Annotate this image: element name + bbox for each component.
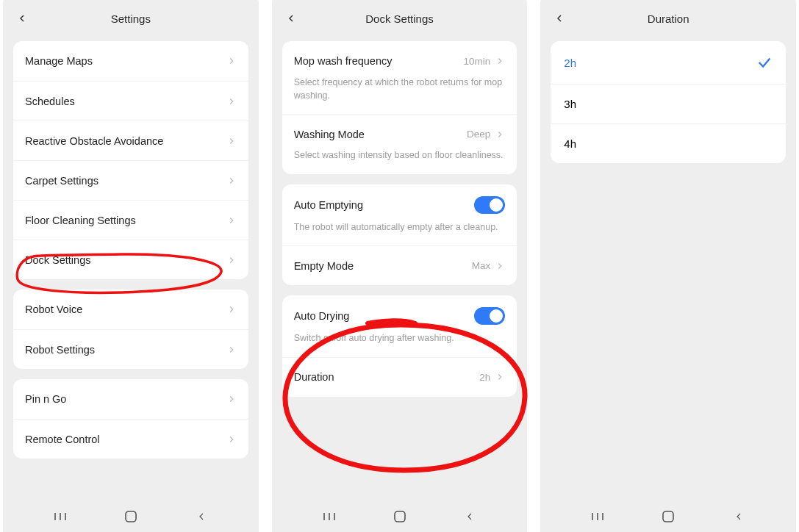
screen-dock-settings: Dock Settings Mop wash frequency 10min S… (272, 0, 528, 532)
row-label: Floor Cleaning Settings (25, 215, 226, 226)
toggle-auto-emptying[interactable] (474, 196, 505, 214)
settings-group-2: Robot Voice Robot Settings (13, 290, 248, 369)
settings-row-reactive-obstacle[interactable]: Reactive Obstacle Avoidance (13, 121, 248, 160)
row-label: Auto Emptying (294, 199, 475, 211)
chevron-right-icon (226, 56, 237, 66)
navbar (540, 501, 796, 532)
row-desc: Select frequency at which the robot retu… (282, 76, 517, 114)
chevron-right-icon (495, 261, 505, 271)
nav-home[interactable] (385, 506, 415, 527)
settings-group-3: Pin n Go Remote Control (13, 379, 248, 459)
home-icon (124, 510, 137, 523)
row-label: Robot Voice (25, 303, 226, 315)
nav-back[interactable] (724, 506, 753, 527)
row-label: Pin n Go (25, 393, 226, 405)
row-label: Empty Mode (294, 260, 472, 272)
row-duration[interactable]: Duration 2h (282, 357, 517, 397)
nav-back[interactable] (455, 506, 484, 527)
content: 2h 3h 4h (540, 37, 796, 501)
row-label: Schedules (25, 96, 226, 107)
row-label: Remote Control (25, 434, 226, 445)
chevron-right-icon (226, 176, 237, 186)
nav-recents[interactable] (315, 506, 344, 527)
duration-option-3h[interactable]: 3h (551, 84, 786, 123)
home-icon (662, 510, 675, 523)
chevron-right-icon (495, 56, 505, 66)
page-title: Settings (13, 12, 248, 25)
row-empty-mode[interactable]: Empty Mode Max (282, 245, 517, 285)
header: Duration (540, 0, 796, 37)
chevron-right-icon (226, 255, 237, 265)
row-label: Mop wash frequency (294, 55, 464, 67)
settings-row-remote-control[interactable]: Remote Control (13, 419, 248, 459)
row-auto-drying[interactable]: Auto Drying (282, 295, 517, 337)
settings-row-pin-n-go[interactable]: Pin n Go (13, 379, 248, 419)
settings-row-manage-maps[interactable]: Manage Maps (13, 41, 248, 81)
row-auto-emptying[interactable]: Auto Emptying (282, 184, 517, 226)
chevron-right-icon (226, 394, 237, 404)
nav-home[interactable] (116, 506, 146, 527)
settings-row-robot-settings[interactable]: Robot Settings (13, 329, 248, 369)
option-label: 4h (564, 137, 773, 150)
settings-row-dock-settings[interactable]: Dock Settings (13, 240, 248, 279)
row-label: Washing Mode (294, 129, 467, 140)
card-emptying: Auto Emptying The robot will automatical… (282, 184, 517, 286)
screen-duration: Duration 2h 3h 4h (540, 0, 796, 532)
chevron-right-icon (226, 345, 237, 355)
navbar (3, 501, 259, 532)
nav-recents[interactable] (46, 506, 75, 527)
toggle-auto-drying[interactable] (474, 307, 505, 325)
chevron-right-icon (495, 129, 505, 140)
svg-rect-7 (395, 511, 405, 522)
nav-recents[interactable] (583, 506, 612, 527)
chevron-left-icon (196, 511, 207, 522)
navbar (272, 501, 528, 532)
row-label: Manage Maps (25, 55, 226, 67)
nav-home[interactable] (653, 506, 683, 527)
recents-icon (53, 511, 68, 522)
chevron-right-icon (226, 434, 237, 445)
duration-option-4h[interactable]: 4h (551, 123, 786, 163)
chevron-right-icon (226, 215, 237, 226)
row-mop-wash-frequency[interactable]: Mop wash frequency 10min (282, 41, 517, 81)
recents-icon (322, 511, 337, 522)
svg-rect-3 (126, 511, 136, 522)
row-washing-mode[interactable]: Washing Mode Deep (282, 114, 517, 154)
settings-row-robot-voice[interactable]: Robot Voice (13, 290, 248, 329)
chevron-right-icon (495, 372, 505, 382)
row-label: Robot Settings (25, 344, 226, 356)
row-label: Dock Settings (25, 254, 226, 266)
duration-option-2h[interactable]: 2h (551, 41, 786, 84)
card-washing: Mop wash frequency 10min Select frequenc… (282, 41, 517, 174)
content: Manage Maps Schedules Reactive Obstacle … (3, 37, 259, 501)
row-value: Max (472, 260, 491, 271)
check-icon (756, 54, 773, 71)
content: Mop wash frequency 10min Select frequenc… (272, 37, 528, 501)
settings-row-carpet-settings[interactable]: Carpet Settings (13, 160, 248, 200)
recents-icon (590, 511, 605, 522)
chevron-right-icon (226, 96, 237, 107)
screen-settings: Settings Manage Maps Schedules Reactive … (3, 0, 259, 532)
option-label: 3h (564, 98, 773, 110)
row-label: Carpet Settings (25, 175, 226, 187)
svg-rect-11 (663, 511, 673, 522)
row-value: 10min (464, 56, 491, 67)
row-value: 2h (479, 372, 490, 383)
settings-row-schedules[interactable]: Schedules (13, 81, 248, 121)
header: Dock Settings (272, 0, 528, 37)
settings-row-floor-cleaning[interactable]: Floor Cleaning Settings (13, 200, 248, 240)
chevron-right-icon (226, 136, 237, 146)
option-label: 2h (564, 57, 756, 69)
home-icon (393, 510, 406, 523)
page-title: Duration (551, 12, 786, 25)
row-label: Auto Drying (294, 310, 475, 322)
chevron-right-icon (226, 304, 237, 314)
chevron-left-icon (464, 511, 476, 522)
row-label: Duration (294, 371, 480, 383)
duration-options: 2h 3h 4h (551, 41, 786, 163)
header: Settings (3, 0, 259, 37)
settings-group-1: Manage Maps Schedules Reactive Obstacle … (13, 41, 248, 279)
page-title: Dock Settings (282, 12, 517, 25)
nav-back[interactable] (187, 506, 216, 527)
card-drying: Auto Drying Switch on/off auto drying af… (282, 295, 517, 397)
